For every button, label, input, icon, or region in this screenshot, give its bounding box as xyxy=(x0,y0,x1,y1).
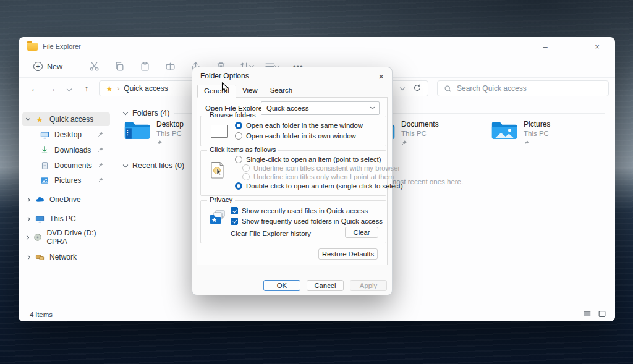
radio-underline-consistent: Underline icon titles consistent with my… xyxy=(242,164,400,172)
mouse-cursor xyxy=(221,82,230,95)
open-to-value: Quick access xyxy=(266,104,308,112)
click-items-legend: Click items as follows xyxy=(207,146,278,153)
sidebar-item-this-pc[interactable]: This PC xyxy=(22,212,110,226)
chevron-right-icon[interactable] xyxy=(22,218,33,221)
radio-icon[interactable] xyxy=(235,132,242,140)
pictures-folder-icon xyxy=(491,120,518,141)
radio-selected-icon[interactable] xyxy=(235,122,242,129)
check-frequent-folders[interactable]: Show frequently used folders in Quick ac… xyxy=(231,218,383,225)
refresh-button[interactable] xyxy=(413,83,422,94)
new-button[interactable]: + New xyxy=(33,62,62,71)
sidebar-item-quick-access[interactable]: ★ Quick access xyxy=(22,112,110,126)
address-dropdown-icon[interactable] xyxy=(400,85,405,90)
chevron-down-icon xyxy=(67,86,72,91)
chevron-down-icon[interactable] xyxy=(22,119,33,120)
plus-icon: + xyxy=(33,62,43,71)
cancel-button[interactable]: Cancel xyxy=(307,280,344,291)
chevron-right-icon[interactable] xyxy=(22,198,33,201)
tile-location: This PC xyxy=(156,130,184,137)
sidebar-item-network[interactable]: Network xyxy=(22,250,110,264)
rename-button[interactable] xyxy=(158,57,183,76)
checkbox-checked-icon[interactable] xyxy=(231,218,238,225)
clear-button[interactable]: Clear xyxy=(345,227,378,238)
refresh-icon xyxy=(413,83,422,92)
items-count: 4 items xyxy=(30,311,53,318)
maximize-icon xyxy=(569,44,574,49)
minimize-icon: – xyxy=(543,42,547,51)
pictures-icon xyxy=(38,176,51,185)
forward-button[interactable]: → xyxy=(43,83,61,93)
rename-icon xyxy=(165,61,176,72)
breadcrumb[interactable]: Quick access xyxy=(124,84,168,93)
tab-search[interactable]: Search xyxy=(264,85,299,97)
browse-folders-icon xyxy=(211,125,228,138)
tile-name: Desktop xyxy=(156,120,184,129)
pin-icon xyxy=(156,139,184,148)
cut-button[interactable] xyxy=(82,57,107,76)
radio-own-window[interactable]: Open each folder in its own window xyxy=(235,132,356,140)
recent-locations-button[interactable] xyxy=(61,85,78,92)
sidebar-item-desktop[interactable]: Desktop xyxy=(22,128,110,142)
tab-general[interactable]: General xyxy=(197,85,236,98)
general-tab-page: Open File Explorer to: Quick access Brow… xyxy=(197,97,388,265)
minimize-button[interactable]: – xyxy=(532,38,558,55)
tile-name: Pictures xyxy=(524,120,550,129)
search-input[interactable] xyxy=(457,84,602,93)
maximize-button[interactable] xyxy=(558,38,584,55)
search-box[interactable] xyxy=(437,80,609,96)
network-icon xyxy=(33,253,46,262)
sidebar-item-label: This PC xyxy=(49,214,76,223)
pin-icon xyxy=(98,130,104,139)
details-view-button[interactable] xyxy=(583,310,592,320)
privacy-group: Privacy Show recently used files in Quic… xyxy=(200,200,386,243)
desktop-icon xyxy=(38,130,51,140)
up-button[interactable]: ↑ xyxy=(78,83,95,93)
chevron-right-icon[interactable] xyxy=(22,236,32,239)
pin-icon xyxy=(524,139,550,148)
ok-button[interactable]: OK xyxy=(263,280,300,291)
check-recent-files[interactable]: Show recently used files in Quick access xyxy=(231,207,368,214)
chevron-down-icon xyxy=(123,109,128,114)
sidebar-item-dvd-drive[interactable]: DVD Drive (D:) CPRA xyxy=(22,231,110,244)
radio-single-click[interactable]: Single-click to open an item (point to s… xyxy=(235,156,381,163)
downloads-icon xyxy=(38,146,51,154)
window-title: File Explorer xyxy=(43,43,81,50)
paste-button[interactable] xyxy=(132,57,158,76)
checkbox-label: Show recently used files in Quick access xyxy=(242,207,368,214)
sidebar-item-documents[interactable]: Documents xyxy=(22,159,110,172)
quick-access-star-icon: ★ xyxy=(106,84,113,93)
copy-button[interactable] xyxy=(107,57,132,76)
sidebar-item-downloads[interactable]: Downloads xyxy=(22,143,110,157)
tile-location: This PC xyxy=(401,130,439,137)
radio-underline-point: Underline icon titles only when I point … xyxy=(242,173,394,180)
chevron-right-icon[interactable] xyxy=(22,256,33,259)
click-items-group: Click items as follows Single-click to o… xyxy=(200,150,386,196)
pin-icon xyxy=(401,139,439,148)
folder-tile-pictures[interactable]: Pictures This PC xyxy=(491,120,608,148)
back-button[interactable]: ← xyxy=(26,83,43,93)
radio-double-click[interactable]: Double-click to open an item (single-cli… xyxy=(235,182,403,190)
dvd-drive-icon xyxy=(32,233,43,242)
sidebar-item-pictures[interactable]: Pictures xyxy=(22,174,110,187)
dialog-close-button[interactable]: × xyxy=(378,72,384,81)
quick-access-star-icon: ★ xyxy=(33,115,46,124)
documents-icon xyxy=(38,161,51,170)
apply-button[interactable]: Apply xyxy=(350,280,387,291)
open-to-dropdown[interactable]: Quick access xyxy=(261,101,380,115)
sidebar-item-onedrive[interactable]: OneDrive xyxy=(22,193,110,206)
clear-history-label: Clear File Explorer history xyxy=(231,230,311,237)
close-button[interactable]: × xyxy=(584,38,610,55)
tab-view[interactable]: View xyxy=(236,85,264,97)
pin-icon xyxy=(98,161,104,170)
radio-same-window[interactable]: Open each folder in the same window xyxy=(235,122,363,129)
radio-label: Open each folder in the same window xyxy=(246,122,363,129)
browse-folders-group: Browse folders Open each folder in the s… xyxy=(200,116,386,146)
checkbox-checked-icon[interactable] xyxy=(231,207,238,214)
radio-selected-icon[interactable] xyxy=(235,182,242,190)
radio-disabled-icon xyxy=(242,164,250,172)
restore-defaults-button[interactable]: Restore Defaults xyxy=(318,248,378,260)
radio-icon[interactable] xyxy=(235,156,242,163)
large-icons-view-button[interactable] xyxy=(598,310,606,320)
sidebar-item-label: Documents xyxy=(54,161,92,170)
sidebar-item-label: Network xyxy=(49,253,77,261)
